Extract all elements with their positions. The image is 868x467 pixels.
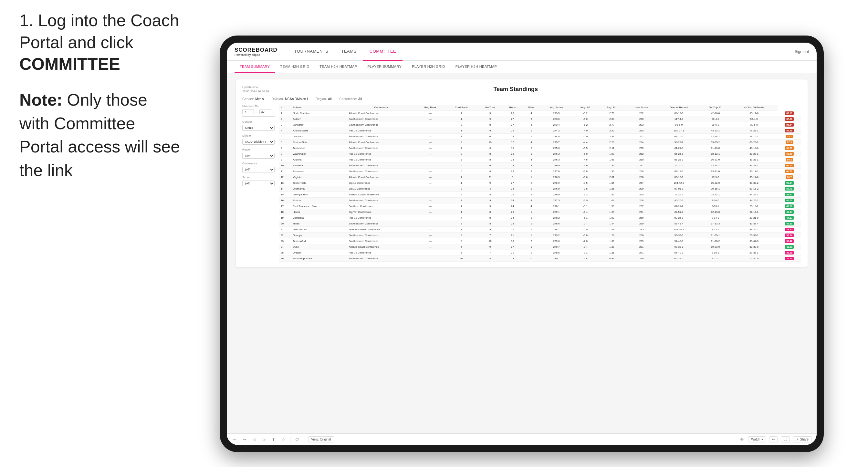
cell-3: — <box>415 151 445 157</box>
cell-4: 1 <box>445 116 477 122</box>
cell-13: 15-32-0 <box>700 180 731 186</box>
region-select[interactable]: N/A <box>242 153 275 159</box>
cell-5: 21 <box>477 174 503 180</box>
cell-0: 9 <box>279 157 291 162</box>
cell-10: 1.30 <box>598 238 625 244</box>
cell-0: 21 <box>279 226 291 232</box>
cell-8: 277.5 <box>541 197 572 203</box>
min-rounds-min-input[interactable] <box>242 109 254 114</box>
cell-4: 5 <box>445 162 477 168</box>
cell-11: 268 <box>625 168 658 174</box>
share-icon[interactable]: ⬆ <box>271 437 277 442</box>
sign-out-link[interactable]: Sign out <box>795 50 809 54</box>
cell-15: 39.25 <box>778 226 801 232</box>
cell-2: Big Ten Conference <box>347 209 415 215</box>
sub-nav-player-summary[interactable]: PLAYER SUMMARY <box>362 61 407 73</box>
tablet-frame: SCOREBOARD Powered by clippd TOURNAMENTS… <box>220 35 824 452</box>
rounds-slider[interactable] <box>242 116 275 117</box>
share-button[interactable]: ↗ Share <box>793 436 811 442</box>
cell-13: 23-23-1 <box>700 191 731 197</box>
clock-icon[interactable]: ⏱ <box>294 437 300 442</box>
cell-0: 20 <box>279 221 291 226</box>
cell-4: 1 <box>445 111 477 116</box>
cell-13: 30-15-1 <box>700 186 731 191</box>
cell-9: -1.8 <box>572 255 598 261</box>
cell-6: 6 <box>503 174 522 180</box>
sub-nav-team-summary[interactable]: TEAM SUMMARY <box>235 61 275 73</box>
cell-14: 29-15-1 <box>731 133 778 139</box>
cell-0: 3 <box>279 122 291 128</box>
gender-select[interactable]: Men's <box>242 125 275 131</box>
annotate-button[interactable]: ✏ <box>769 436 778 442</box>
fullscreen-button[interactable]: ⛶ <box>781 436 790 442</box>
cell-5: 4 <box>477 186 503 191</box>
cell-6: 23 <box>503 168 522 174</box>
cell-6: 23 <box>503 162 522 168</box>
back-icon[interactable]: ◁ <box>251 437 257 442</box>
cell-2: Pac-12 Conference <box>347 151 415 157</box>
cell-10: 1.90 <box>598 168 625 174</box>
cell-13: 4-21-0 <box>700 255 731 261</box>
school-select[interactable]: (All) <box>242 181 275 186</box>
cell-8: 276.9 <box>541 162 572 168</box>
cell-5: 8 <box>477 215 503 221</box>
cell-11: 258 <box>625 197 658 203</box>
cell-12: 61-21-0 <box>657 145 700 151</box>
cell-9: -0.7 <box>572 221 598 226</box>
table-row: 19CaliforniaPac-12 Conference—48242278.2… <box>279 215 801 221</box>
min-rounds-range: – <box>242 109 275 115</box>
cell-14: 44-24-1 <box>731 191 778 197</box>
school-name: New Mexico <box>291 226 347 232</box>
cell-12: 90-33-2 <box>657 244 700 250</box>
table-row: 3VanderbiltSoutheastern Conference—28276… <box>279 122 801 128</box>
school-name: Alabama <box>291 162 347 168</box>
cell-8: 276.3 <box>541 174 572 180</box>
cell-13: 9-24-0 <box>700 197 731 203</box>
sub-nav-team-h2h-grid[interactable]: TEAM H2H GRID <box>275 61 314 73</box>
division-select[interactable]: NCAA Division I <box>242 139 275 145</box>
sub-nav-player-h2h-heatmap[interactable]: PLAYER H2H HEATMAP <box>450 61 502 73</box>
sub-nav-team-h2h-heatmap[interactable]: TEAM H2H HEATMAP <box>314 61 362 73</box>
cell-15: 73.7 <box>778 133 801 139</box>
cell-5: 8 <box>477 191 503 197</box>
cell-9: -3.6 <box>572 162 598 168</box>
cell-2: Big 12 Conference <box>347 186 415 191</box>
region-filter-label: Region <box>242 148 275 151</box>
cell-12: 83-25-1 <box>657 215 700 221</box>
step-committee: COMMITTEE <box>20 55 120 73</box>
undo-icon[interactable]: ↩ <box>232 437 238 442</box>
cell-5: 7 <box>477 232 503 238</box>
cell-13: 42-16-0 <box>700 111 731 116</box>
cell-15: 46.91 <box>778 221 801 226</box>
school-name: Duke <box>291 244 347 250</box>
cell-4: 1 <box>445 128 477 133</box>
school-name: Texas A&M <box>291 238 347 244</box>
note-instruction: Note: Only those with Committee Portal a… <box>20 88 181 182</box>
col-avg-sg: Avg. SG <box>572 105 598 111</box>
conference-select[interactable]: (All) <box>242 167 275 173</box>
sub-nav-player-h2h-grid[interactable]: PLAYER H2H GRID <box>407 61 450 73</box>
nav-teams[interactable]: TEAMS <box>335 43 363 61</box>
nav-tournaments[interactable]: TOURNAMENTS <box>288 43 335 61</box>
cell-3: — <box>415 221 445 226</box>
cell-7: 4 <box>522 111 540 116</box>
min-rounds-max-input[interactable] <box>259 109 271 114</box>
view-original-button[interactable]: View: Original <box>308 436 334 442</box>
watch-button[interactable]: Watch ▾ <box>748 436 766 442</box>
watch-label: Watch <box>751 438 760 441</box>
cell-15: 86.64 <box>778 122 801 128</box>
bookmark-icon[interactable]: ☆ <box>280 437 286 442</box>
redo-icon[interactable]: ↪ <box>242 437 247 442</box>
school-name: Washington <box>291 151 347 157</box>
forward-icon[interactable]: ▷ <box>261 437 267 442</box>
cell-10: 1.86 <box>598 162 625 168</box>
cell-4: 6 <box>445 168 477 174</box>
cell-15: 89.11 <box>778 111 801 116</box>
filters-panel: Minimum Rou... – Gender <box>242 105 275 261</box>
cell-5: 8 <box>477 122 503 128</box>
cell-5: 9 <box>477 226 503 232</box>
cell-4: 2 <box>445 139 477 145</box>
cell-15: 63.49 <box>778 151 801 157</box>
nav-committee[interactable]: COMMITTEE <box>363 43 403 61</box>
cell-11: 217 <box>625 162 658 168</box>
